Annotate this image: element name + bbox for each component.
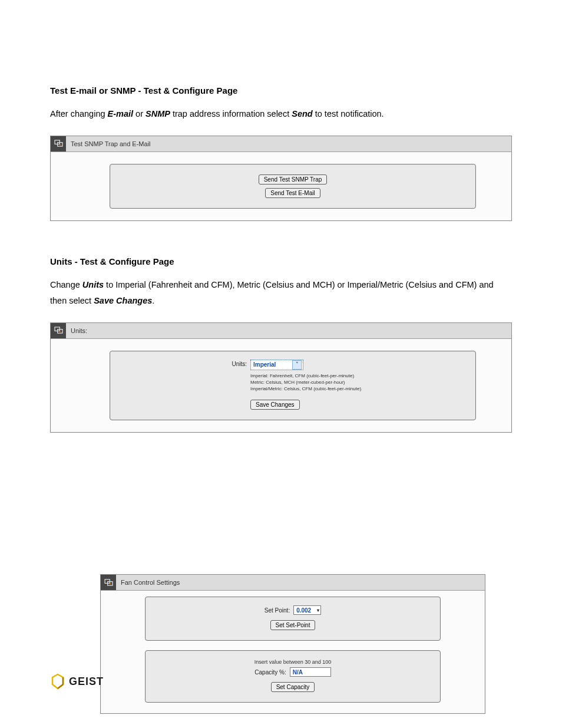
panel-header: Fan Control Settings bbox=[101, 575, 485, 591]
units-form-row: Units: Imperial ˅ Imperial: Fahrenheit, … bbox=[228, 360, 361, 412]
setpoint-select[interactable]: 0.002 ▾ bbox=[293, 605, 321, 615]
setpoint-label: Set Point: bbox=[265, 607, 290, 614]
text: After changing bbox=[50, 109, 108, 118]
capacity-hint: Insert value between 30 and 100 bbox=[254, 659, 332, 665]
panel-icon bbox=[51, 136, 66, 151]
panel-header: Test SNMP Trap and E-Mail bbox=[51, 136, 511, 152]
brand-logo: GEIST bbox=[50, 673, 104, 690]
desc-imperial: Imperial: Fahrenheit, CFM (cubic-feet-pe… bbox=[250, 373, 361, 379]
capacity-label: Capacity %: bbox=[254, 669, 286, 676]
desc-imperial-metric: Imperial/Metric: Celsius, CFM (cubic-fee… bbox=[250, 386, 361, 392]
emphasis-email: E-mail bbox=[108, 109, 134, 118]
shield-icon bbox=[50, 673, 65, 690]
emphasis-save: Save Changes bbox=[94, 296, 152, 305]
units-select-value: Imperial bbox=[253, 361, 276, 368]
text: to test notification. bbox=[313, 109, 384, 118]
panel-header: Units: bbox=[51, 323, 511, 339]
units-descriptions: Imperial: Fahrenheit, CFM (cubic-feet-pe… bbox=[250, 373, 361, 393]
chevron-down-icon: ▾ bbox=[317, 608, 319, 613]
emphasis-snmp: SNMP bbox=[146, 109, 170, 118]
svg-rect-2 bbox=[59, 144, 60, 145]
section1-intro: After changing E-mail or SNMP trap addre… bbox=[50, 106, 512, 123]
desc-metric: Metric: Celsius, MCH (meter-cubed-per-ho… bbox=[250, 379, 361, 386]
monitor-icon bbox=[54, 327, 63, 334]
set-setpoint-button[interactable]: Set Set-Point bbox=[270, 620, 316, 630]
svg-rect-5 bbox=[59, 331, 60, 332]
brand-name: GEIST bbox=[69, 676, 104, 688]
panel-units: Units: Units: Imperial ˅ Imperial: Fahre… bbox=[50, 322, 512, 433]
panel-title-text: Fan Control Settings bbox=[116, 579, 180, 586]
section1-title: Test E-mail or SNMP - Test & Configure P… bbox=[50, 85, 512, 95]
inner-box: Send Test SNMP Trap Send Test E-Mail bbox=[110, 164, 476, 209]
panel-icon bbox=[101, 575, 116, 590]
panel-icon bbox=[51, 323, 66, 338]
capacity-box: Insert value between 30 and 100 Capacity… bbox=[145, 650, 441, 703]
send-test-snmp-trap-button[interactable]: Send Test SNMP Trap bbox=[259, 174, 328, 185]
set-capacity-button[interactable]: Set Capacity bbox=[271, 682, 315, 692]
section2-intro: Change Units to Imperial (Fahrenheit and… bbox=[50, 277, 512, 309]
panel-fan-control: Fan Control Settings Set Point: 0.002 ▾ … bbox=[100, 574, 485, 714]
setpoint-value: 0.002 bbox=[296, 607, 311, 614]
text: Change bbox=[50, 280, 82, 289]
capacity-input[interactable] bbox=[290, 667, 331, 677]
monitor-icon bbox=[54, 140, 63, 147]
svg-rect-8 bbox=[109, 583, 110, 584]
panel-title-text: Units: bbox=[66, 327, 87, 334]
emphasis-units: Units bbox=[82, 280, 104, 289]
monitor-icon bbox=[104, 579, 113, 587]
text: trap address information select bbox=[170, 109, 292, 118]
units-label: Units: bbox=[228, 360, 247, 367]
chevron-down-icon: ˅ bbox=[292, 360, 302, 370]
inner-box: Units: Imperial ˅ Imperial: Fahrenheit, … bbox=[110, 351, 476, 421]
section2-title: Units - Test & Configure Page bbox=[50, 256, 512, 266]
setpoint-box: Set Point: 0.002 ▾ Set Set-Point bbox=[145, 597, 441, 641]
save-changes-button[interactable]: Save Changes bbox=[250, 400, 300, 410]
panel-title-text: Test SNMP Trap and E-Mail bbox=[66, 140, 151, 147]
text: or bbox=[133, 109, 146, 118]
send-test-email-button[interactable]: Send Test E-Mail bbox=[265, 188, 320, 198]
text: . bbox=[152, 296, 154, 305]
units-select[interactable]: Imperial ˅ bbox=[250, 360, 303, 370]
panel-test-snmp-email: Test SNMP Trap and E-Mail Send Test SNMP… bbox=[50, 136, 512, 221]
emphasis-send: Send bbox=[292, 109, 312, 118]
